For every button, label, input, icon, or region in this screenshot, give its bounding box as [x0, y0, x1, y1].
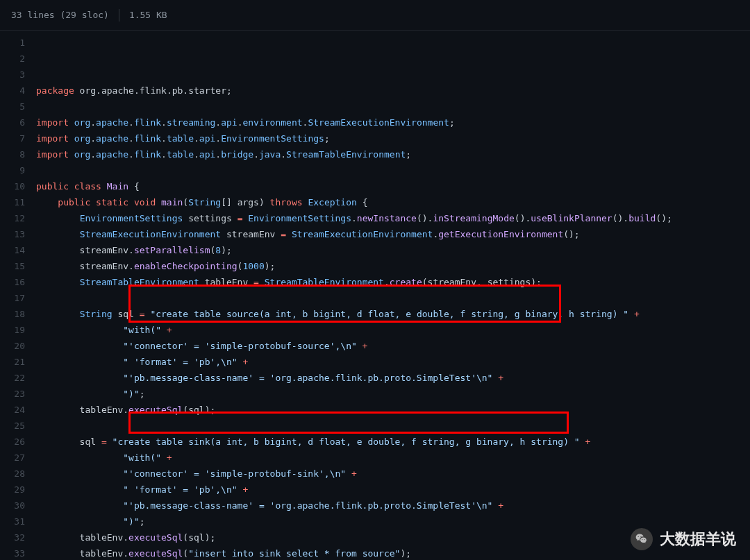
line-number: 1	[0, 35, 25, 51]
line-number: 9	[0, 162, 25, 178]
line-number: 20	[0, 338, 25, 354]
code-line[interactable]: sql = "create table sink(a int, b bigint…	[36, 434, 750, 450]
code-line[interactable]: StreamExecutionEnvironment streamEnv = S…	[36, 226, 750, 242]
line-number: 31	[0, 514, 25, 529]
code-line[interactable]: import org.apache.flink.table.api.Enviro…	[36, 130, 750, 146]
file-stats-header: 33 lines (29 sloc) 1.55 KB	[0, 0, 750, 31]
line-number: 33	[0, 545, 25, 560]
file-size: 1.55 KB	[129, 10, 167, 20]
line-number: 11	[0, 194, 25, 210]
code-line[interactable]: tableEnv.executeSql(sql);	[36, 402, 750, 418]
code-line[interactable]: "with(" +	[36, 450, 750, 466]
line-number: 12	[0, 210, 25, 226]
line-number: 13	[0, 226, 25, 242]
line-number: 26	[0, 434, 25, 450]
line-number: 6	[0, 114, 25, 130]
code-line[interactable]: streamEnv.setParallelism(8);	[36, 242, 750, 258]
code-line[interactable]: "'connector' = 'simple-protobuf-source',…	[36, 338, 750, 354]
line-number: 27	[0, 450, 25, 466]
line-number: 10	[0, 178, 25, 194]
code-line[interactable]: import org.apache.flink.streaming.api.en…	[36, 114, 750, 130]
line-number: 23	[0, 386, 25, 402]
code-line[interactable]: String sql = "create table source(a int,…	[36, 306, 750, 322]
line-number: 18	[0, 306, 25, 322]
code-line[interactable]	[36, 162, 750, 178]
line-number: 29	[0, 482, 25, 498]
header-separator	[119, 9, 119, 22]
code-line[interactable]: "'pb.message-class-name' = 'org.apache.f…	[36, 370, 750, 386]
line-number: 15	[0, 258, 25, 274]
code-line[interactable]: ")";	[36, 514, 750, 529]
line-number: 17	[0, 290, 25, 306]
code-line[interactable]	[36, 418, 750, 434]
line-number: 3	[0, 67, 25, 83]
code-line[interactable]: "'pb.message-class-name' = 'org.apache.f…	[36, 498, 750, 514]
line-number: 30	[0, 498, 25, 514]
code-line[interactable]: "with(" +	[36, 322, 750, 338]
code-line[interactable]: "'connector' = 'simple-protobuf-sink',\n…	[36, 466, 750, 482]
line-number: 28	[0, 466, 25, 482]
line-number: 8	[0, 146, 25, 162]
code-line[interactable]: ")";	[36, 386, 750, 402]
code-content[interactable]: package org.apache.flink.pb.starter;impo…	[36, 35, 750, 560]
code-line[interactable]	[36, 290, 750, 306]
line-number: 5	[0, 99, 25, 114]
line-number: 32	[0, 529, 25, 545]
code-line[interactable]	[36, 99, 750, 114]
code-line[interactable]: public static void main(String[] args) t…	[36, 194, 750, 210]
watermark: 大数据羊说	[631, 528, 736, 550]
line-number: 21	[0, 354, 25, 370]
code-line[interactable]: public class Main {	[36, 178, 750, 194]
line-number: 4	[0, 83, 25, 99]
code-line[interactable]: EnvironmentSettings settings = Environme…	[36, 210, 750, 226]
line-number: 24	[0, 402, 25, 418]
line-number: 2	[0, 51, 25, 67]
file-lines-count: 33 lines (29 sloc)	[11, 10, 109, 20]
line-number: 22	[0, 370, 25, 386]
line-number-gutter: 1234567891011121314151617181920212223242…	[0, 35, 36, 560]
code-line[interactable]: package org.apache.flink.pb.starter;	[36, 83, 750, 99]
line-number: 16	[0, 274, 25, 290]
line-number: 7	[0, 130, 25, 146]
watermark-text: 大数据羊说	[660, 529, 736, 550]
line-number: 25	[0, 418, 25, 434]
code-line[interactable]: streamEnv.enableCheckpointing(1000);	[36, 258, 750, 274]
code-line[interactable]: " 'format' = 'pb',\n" +	[36, 482, 750, 498]
code-line[interactable]: " 'format' = 'pb',\n" +	[36, 354, 750, 370]
wechat-icon	[631, 528, 653, 550]
line-number: 14	[0, 242, 25, 258]
code-line[interactable]: import org.apache.flink.table.api.bridge…	[36, 146, 750, 162]
line-number: 19	[0, 322, 25, 338]
code-line[interactable]: StreamTableEnvironment tableEnv = Stream…	[36, 274, 750, 290]
